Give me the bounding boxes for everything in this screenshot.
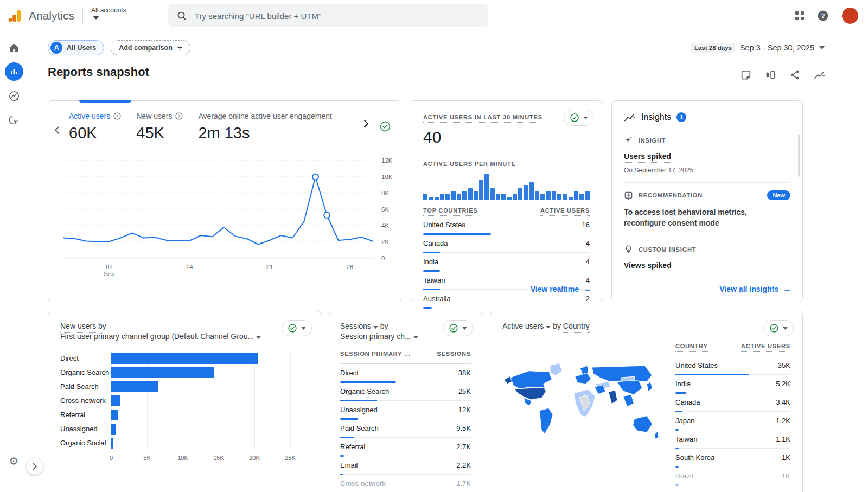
chevron-right-icon[interactable] <box>363 119 369 128</box>
recommendation-icon <box>624 191 633 200</box>
data-quality-dropdown[interactable] <box>443 320 473 336</box>
explore-icon <box>8 90 20 102</box>
app-bar: Analytics All accounts ? <box>0 0 868 31</box>
table-row: Paid Search9.5K <box>340 419 471 438</box>
row-label: South Korea <box>675 453 714 462</box>
view-realtime-link[interactable]: View realtime → <box>531 284 592 294</box>
help-circle-icon[interactable]: ? <box>113 112 121 120</box>
per-minute-label: ACTIVE USERS PER MINUTE <box>423 161 590 167</box>
help-circle-icon[interactable]: ? <box>175 112 183 120</box>
bar[interactable] <box>111 438 113 449</box>
channel-bar-chart[interactable]: DirectOrganic SearchPaid SearchCross-net… <box>60 352 310 465</box>
bar[interactable] <box>111 424 116 435</box>
search-input[interactable] <box>195 11 480 21</box>
search-bar[interactable] <box>168 4 488 27</box>
sidebar-item-reports[interactable] <box>5 62 23 81</box>
analytics-logo[interactable]: Analytics <box>8 0 74 31</box>
metric-new-users[interactable]: New users ? 45K <box>136 112 183 142</box>
chevron-left-icon[interactable] <box>54 126 60 135</box>
insights-icon[interactable] <box>814 69 826 80</box>
account-picker[interactable]: All accounts <box>91 7 126 20</box>
page-title: Reports snapshot <box>48 65 149 82</box>
note-icon[interactable] <box>741 69 751 80</box>
axis-tick: 20K <box>249 455 260 461</box>
metric-engagement[interactable]: Average online active user engagement 2m… <box>198 112 331 142</box>
row-label: India <box>423 258 438 266</box>
lightbulb-icon <box>624 245 633 254</box>
bar-label: Organic Social <box>60 436 111 450</box>
bar[interactable] <box>111 367 214 378</box>
country-table: United States35K India5.2K Canada3.4K Ja… <box>675 356 790 485</box>
minute-bar <box>574 191 578 200</box>
card-title[interactable]: New users by First user primary channel … <box>60 321 310 342</box>
bar[interactable] <box>111 353 258 364</box>
sidebar-item-advertising[interactable] <box>4 111 24 130</box>
bar-label: Paid Search <box>60 380 111 394</box>
help-icon[interactable]: ? <box>817 10 829 22</box>
svg-text:8K: 8K <box>381 190 389 196</box>
data-quality-dropdown[interactable] <box>763 320 794 336</box>
minute-bar <box>507 197 511 200</box>
row-bar <box>675 466 679 468</box>
row-value: 16 <box>582 221 590 229</box>
view-all-insights-link[interactable]: View all insights → <box>719 284 792 294</box>
date-range-text: Sep 3 - Sep 30, 2025 <box>740 43 814 52</box>
bar[interactable] <box>111 395 120 406</box>
check-circle-icon <box>449 323 458 333</box>
new-badge: New <box>767 190 790 200</box>
svg-text:Sep: Sep <box>104 271 114 277</box>
google-apps-icon[interactable] <box>795 11 804 20</box>
scrollbar[interactable] <box>798 135 800 177</box>
active-tab-indicator <box>79 100 131 103</box>
row-label: United States <box>423 221 465 229</box>
bar[interactable] <box>111 410 118 420</box>
table-row: Taiwan1.1K <box>675 430 790 449</box>
minute-bar <box>585 191 590 200</box>
row-bar <box>423 233 491 235</box>
active-users-per-minute-chart[interactable] <box>423 172 590 200</box>
share-icon[interactable] <box>789 69 800 80</box>
chevron-down-icon <box>546 326 551 329</box>
row-bar <box>675 374 749 375</box>
sidebar-item-admin[interactable]: ⚙ <box>4 451 24 471</box>
minute-bar <box>496 194 500 200</box>
data-quality-check-icon[interactable] <box>379 120 391 132</box>
insight-users-spiked[interactable]: Users spiked <box>624 152 671 163</box>
check-circle-icon <box>570 113 579 123</box>
row-value: 1.7K <box>456 480 471 488</box>
card-title[interactable]: Active users by Country <box>502 321 790 331</box>
axis-tick: 5K <box>143 455 150 461</box>
minute-bar <box>513 194 517 200</box>
segment-avatar: A <box>50 42 62 54</box>
sidebar-item-explore[interactable] <box>4 86 24 106</box>
expand-nav-button[interactable] <box>27 458 43 475</box>
row-value: 2 <box>586 295 590 303</box>
axis-tick: 15K <box>213 455 224 461</box>
row-label: Referral <box>340 443 365 451</box>
data-quality-dropdown[interactable] <box>282 320 312 336</box>
insight-views-spiked[interactable]: Views spiked <box>624 261 672 270</box>
gridline <box>183 352 183 450</box>
active-users-line-chart[interactable]: 2K4K6K8K10K12K007Sep142128 <box>61 156 409 282</box>
date-range-picker[interactable]: Last 28 days Sep 3 - Sep 30, 2025 <box>691 43 825 53</box>
world-map[interactable] <box>498 357 671 465</box>
metric-active-users[interactable]: Active users ? 60K <box>69 112 121 142</box>
minute-bar <box>535 191 539 200</box>
segment-chip-all-users[interactable]: A All Users <box>48 40 104 55</box>
sidebar-item-home[interactable] <box>4 38 24 57</box>
table-row: United States35K <box>675 356 790 375</box>
recommendation-text[interactable]: To access lost behavioral metrics, recon… <box>624 207 790 228</box>
row-value: 4 <box>586 239 590 247</box>
row-label: United States <box>675 361 718 369</box>
row-label: Taiwan <box>675 435 697 443</box>
bar-label: Direct <box>60 352 111 366</box>
avatar[interactable] <box>842 8 858 24</box>
bar[interactable] <box>111 381 158 392</box>
svg-text:28: 28 <box>346 264 353 270</box>
insights-count-badge: 1 <box>676 112 686 122</box>
row-label: Organic Search <box>340 387 389 395</box>
add-comparison-button[interactable]: Add comparison + <box>111 40 190 55</box>
comparisons-icon[interactable] <box>765 69 776 80</box>
minute-bar <box>490 188 495 200</box>
data-quality-dropdown[interactable] <box>564 110 594 126</box>
